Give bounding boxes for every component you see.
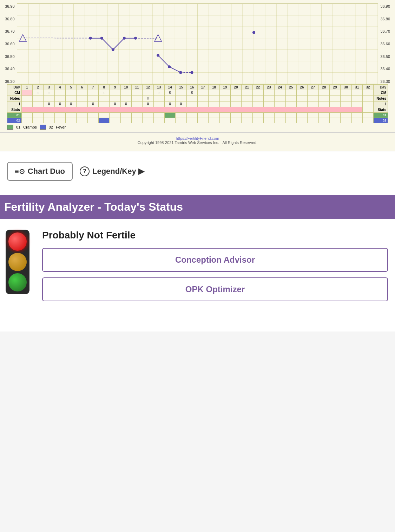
chart-duo-button[interactable]: ≡⊙ Chart Duo <box>7 162 73 181</box>
opk-optimizer-label: OPK Optimizer <box>185 284 245 294</box>
day-14: 14 <box>164 85 175 90</box>
opk-optimizer-button[interactable]: OPK Optimizer <box>42 277 388 301</box>
legend-cramps-label: Cramps <box>23 125 37 129</box>
day-2: 2 <box>33 85 44 90</box>
day-20: 20 <box>230 85 241 90</box>
y-label: 36.30 <box>5 79 15 84</box>
y-label-right: 36.80 <box>380 17 390 21</box>
day-17: 17 <box>197 85 208 90</box>
data-table-section: Day 1 2 3 4 5 6 7 8 9 10 11 12 13 <box>4 84 391 132</box>
chart-duo-icon: ≡⊙ <box>15 167 25 176</box>
website-info: https://FertilityFriend.com Copyright 19… <box>0 132 395 148</box>
legend-fever-code: 02 <box>49 125 53 129</box>
legend-key-button[interactable]: ? Legend/Key ▶ <box>80 166 144 176</box>
day-7: 7 <box>87 85 98 90</box>
traffic-light-yellow <box>8 253 27 271</box>
col-header-day-right: Day <box>374 85 388 90</box>
y-label: 36.70 <box>5 29 15 33</box>
svg-point-43 <box>89 37 92 40</box>
fertility-analyzer-header: Fertility Analyzer - Today's Status <box>0 195 395 219</box>
y-label-right: 36.50 <box>380 54 390 59</box>
y-axis-left: 36.90 36.80 36.70 36.60 36.50 36.40 36.3… <box>4 4 17 84</box>
day-8: 8 <box>99 85 110 90</box>
legend-cramps-box <box>7 125 13 130</box>
traffic-light-green <box>8 273 27 291</box>
day-30: 30 <box>341 85 351 90</box>
y-label-right: 36.40 <box>380 67 390 71</box>
day-12: 12 <box>143 85 153 90</box>
y-label-right: 36.70 <box>380 29 390 33</box>
svg-point-53 <box>157 54 159 57</box>
website-link[interactable]: https://FertilityFriend.com <box>176 136 219 140</box>
day-9: 9 <box>110 85 120 90</box>
day-29: 29 <box>329 85 340 90</box>
day-22: 22 <box>252 85 263 90</box>
day-19: 19 <box>219 85 230 90</box>
day-18: 18 <box>209 85 219 90</box>
day-11: 11 <box>132 85 143 90</box>
middle-section: ≡⊙ Chart Duo ? Legend/Key ▶ <box>0 151 395 195</box>
chart-section: 36.90 36.80 36.70 36.60 36.50 36.40 36.3… <box>0 0 395 151</box>
fertility-right: Probably Not Fertile Conception Advisor … <box>35 226 395 310</box>
day-27: 27 <box>308 85 318 90</box>
day-10: 10 <box>120 85 131 90</box>
svg-point-58 <box>190 71 193 74</box>
data-table: Day 1 2 3 4 5 6 7 8 9 10 11 12 13 <box>7 84 388 123</box>
fertility-analyzer-title: Fertility Analyzer - Today's Status <box>4 201 391 214</box>
stats-02-row: 02 02 <box>7 118 388 123</box>
day-15: 15 <box>176 85 186 90</box>
day-31: 31 <box>351 85 362 90</box>
day-25: 25 <box>285 85 296 90</box>
legend-key-icon: ? <box>80 166 90 176</box>
chart-duo-label: Chart Duo <box>28 167 65 176</box>
y-label: 36.50 <box>5 54 15 59</box>
day-5: 5 <box>66 85 77 90</box>
traffic-light <box>6 230 29 294</box>
y-label: 36.60 <box>5 42 15 46</box>
day-24: 24 <box>275 85 285 90</box>
y-label-right: 36.60 <box>380 42 390 46</box>
legend-fever-label: Fever <box>56 125 66 129</box>
conception-advisor-button[interactable]: Conception Advisor <box>42 248 388 272</box>
fertility-status: Probably Not Fertile <box>42 230 388 241</box>
i-row: I X X X X X X X X X <box>7 101 388 107</box>
legend-cramps-code: 01 <box>16 125 20 129</box>
website-url: https://FertilityFriend.com <box>4 136 391 140</box>
day-6: 6 <box>77 85 87 90</box>
chart-wrapper: 36.90 36.80 36.70 36.60 36.50 36.40 36.3… <box>0 4 395 132</box>
legend-fever-box <box>40 125 46 130</box>
y-label-right: 36.90 <box>380 4 390 8</box>
chart-legend: 01 Cramps 02 Fever <box>7 125 388 130</box>
y-label: 36.90 <box>5 4 15 8</box>
y-label-right: 36.30 <box>380 79 390 84</box>
notes-row: Notes # Notes <box>7 96 388 101</box>
day-26: 26 <box>296 85 307 90</box>
day-21: 21 <box>242 85 252 90</box>
legend-key-label: Legend/Key ▶ <box>92 167 144 176</box>
day-4: 4 <box>54 85 65 90</box>
day-13: 13 <box>153 85 164 90</box>
day-23: 23 <box>263 85 274 90</box>
y-axis-right: 36.90 36.80 36.70 36.60 36.50 36.40 36.3… <box>378 4 391 84</box>
day-3: 3 <box>44 85 54 90</box>
fertility-content: Probably Not Fertile Conception Advisor … <box>0 219 395 331</box>
y-label: 36.40 <box>5 67 15 71</box>
conception-advisor-label: Conception Advisor <box>175 255 255 264</box>
day-16: 16 <box>186 85 197 90</box>
day-32: 32 <box>362 85 373 90</box>
temperature-chart <box>17 4 378 84</box>
col-header-day: Day <box>7 85 22 90</box>
day-28: 28 <box>318 85 329 90</box>
svg-point-59 <box>252 31 255 34</box>
traffic-light-container <box>0 226 35 298</box>
website-copyright: Copyright 1998-2021 Tamtris Web Services… <box>4 140 391 145</box>
chart-grid-area: 36.90 36.80 36.70 36.60 36.50 36.40 36.3… <box>4 4 391 84</box>
traffic-light-red <box>8 232 27 251</box>
day-1: 1 <box>21 85 32 90</box>
stats-header-row: Stats Stats <box>7 107 388 113</box>
y-label: 36.80 <box>5 17 15 21</box>
cm-row: CM • • • • S S CM <box>7 90 388 96</box>
stats-01-row: 01 01 <box>7 113 388 118</box>
